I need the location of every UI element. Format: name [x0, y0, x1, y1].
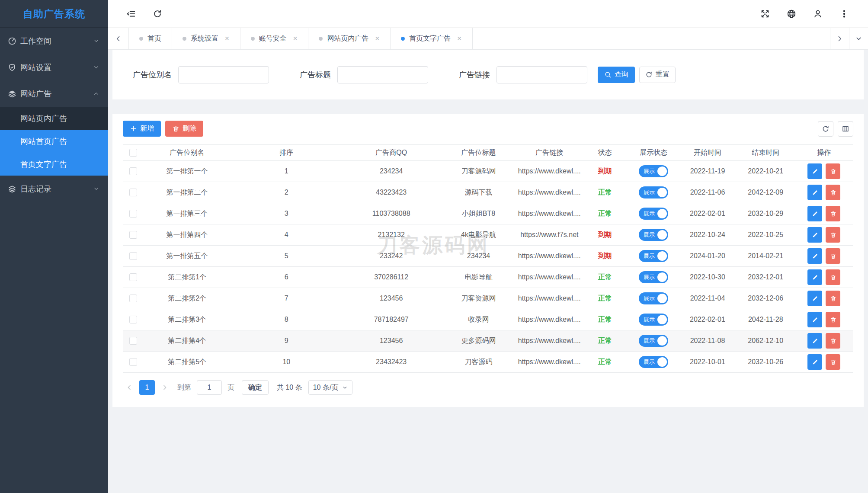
- cell-end-time: 2032-10-26: [737, 358, 795, 366]
- display-toggle[interactable]: 展示: [639, 271, 668, 283]
- cell-end-time: 2032-12-06: [737, 295, 795, 302]
- delete-row-button[interactable]: [826, 185, 840, 200]
- query-button[interactable]: 查询: [598, 67, 635, 83]
- display-toggle[interactable]: 展示: [639, 314, 668, 326]
- edit-row-button[interactable]: [807, 206, 822, 221]
- trash-icon: [830, 274, 836, 281]
- cell-ad-alias: 第二排第2个: [144, 294, 230, 303]
- select-all-checkbox[interactable]: [129, 149, 137, 157]
- row-checkbox[interactable]: [129, 189, 137, 196]
- edit-row-button[interactable]: [807, 291, 822, 306]
- display-toggle[interactable]: 展示: [639, 229, 668, 241]
- row-checkbox[interactable]: [129, 210, 137, 218]
- tabs-menu-button[interactable]: [849, 28, 868, 49]
- tabs-scroll-right-button[interactable]: [830, 28, 849, 49]
- sidebar-item-logs[interactable]: 日志记录: [0, 176, 108, 202]
- delete-row-button[interactable]: [826, 291, 840, 306]
- sidebar-item-site-settings[interactable]: 网站设置: [0, 54, 108, 80]
- stack-icon: [8, 185, 16, 193]
- site-ads-submenu: 网站页内广告 网站首页广告 首页文字广告: [0, 107, 108, 176]
- close-icon[interactable]: ✕: [293, 35, 298, 42]
- user-icon[interactable]: [813, 9, 823, 19]
- display-toggle[interactable]: 展示: [639, 186, 668, 198]
- close-icon[interactable]: ✕: [457, 35, 462, 42]
- delete-row-button[interactable]: [826, 206, 840, 221]
- tab-inpage-ads[interactable]: 网站页内广告 ✕: [308, 28, 391, 49]
- more-icon[interactable]: [839, 9, 849, 19]
- edit-row-button[interactable]: [807, 333, 822, 349]
- row-checkbox[interactable]: [129, 295, 137, 302]
- display-toggle[interactable]: 展示: [639, 250, 668, 262]
- row-checkbox[interactable]: [129, 337, 137, 345]
- display-toggle[interactable]: 展示: [639, 292, 668, 304]
- row-checkbox[interactable]: [129, 167, 137, 175]
- column-settings-button[interactable]: [838, 121, 853, 137]
- row-checkbox[interactable]: [129, 358, 137, 366]
- pencil-icon: [812, 253, 818, 259]
- goto-page-input[interactable]: [197, 380, 222, 395]
- delete-row-button[interactable]: [826, 227, 840, 243]
- cell-sort: 5: [230, 252, 343, 260]
- tab-system-settings[interactable]: 系统设置 ✕: [172, 28, 240, 49]
- total-count-label: 共 10 条: [277, 383, 302, 392]
- row-checkbox[interactable]: [129, 273, 137, 281]
- ad-link-input[interactable]: [496, 66, 587, 83]
- close-icon[interactable]: ✕: [224, 35, 230, 42]
- row-checkbox[interactable]: [129, 252, 137, 260]
- sidebar-item-site-ads[interactable]: 网站广告: [0, 80, 108, 107]
- cell-advertiser-qq: 1103738088: [343, 210, 440, 218]
- ad-title-input[interactable]: [337, 66, 428, 83]
- table-refresh-button[interactable]: [818, 121, 833, 137]
- goto-page-label: 到第: [177, 383, 191, 392]
- collapse-menu-icon[interactable]: [126, 9, 136, 19]
- row-checkbox[interactable]: [129, 316, 137, 323]
- next-page-button[interactable]: [158, 380, 171, 395]
- edit-row-button[interactable]: [807, 312, 822, 327]
- edit-row-button[interactable]: [807, 354, 822, 370]
- delete-row-button[interactable]: [826, 333, 840, 349]
- topbar: [108, 0, 868, 28]
- bulk-delete-button[interactable]: 删除: [165, 121, 203, 137]
- cell-ad-link: https://www.dkewl....: [517, 189, 582, 196]
- fullscreen-icon[interactable]: [760, 9, 770, 19]
- edit-row-button[interactable]: [807, 248, 822, 264]
- cell-ad-link: https://www.dkewl....: [517, 358, 582, 366]
- delete-row-button[interactable]: [826, 248, 840, 264]
- page-number-button[interactable]: 1: [139, 380, 155, 395]
- globe-icon[interactable]: [787, 9, 796, 19]
- sidebar-item-inpage-ads[interactable]: 网站页内广告: [0, 107, 108, 130]
- tabs-scroll-left-button[interactable]: [108, 28, 129, 49]
- tab-homepage-text-ads[interactable]: 首页文字广告 ✕: [391, 28, 473, 49]
- plus-icon: [130, 125, 137, 132]
- sidebar-item-workspace[interactable]: 工作空间: [0, 28, 108, 54]
- toggle-knob-icon: [657, 209, 667, 218]
- sidebar-item-homepage-ads[interactable]: 网站首页广告: [0, 130, 108, 153]
- toggle-knob-icon: [657, 294, 667, 303]
- close-icon[interactable]: ✕: [375, 35, 380, 42]
- edit-row-button[interactable]: [807, 269, 822, 285]
- ad-alias-input[interactable]: [178, 66, 269, 83]
- sidebar-item-homepage-text-ads[interactable]: 首页文字广告: [0, 153, 108, 176]
- display-toggle[interactable]: 展示: [639, 165, 668, 177]
- refresh-icon[interactable]: [153, 9, 162, 19]
- prev-page-button[interactable]: [123, 380, 136, 395]
- edit-row-button[interactable]: [807, 185, 822, 200]
- reset-button[interactable]: 重置: [639, 67, 676, 83]
- display-toggle[interactable]: 展示: [639, 356, 668, 368]
- table-row: 第一排第二个 2 43223423 源码下载 https://www.dkewl…: [123, 182, 853, 203]
- tab-home[interactable]: 首页: [129, 28, 172, 49]
- delete-row-button[interactable]: [826, 269, 840, 285]
- delete-row-button[interactable]: [826, 163, 840, 179]
- row-checkbox[interactable]: [129, 231, 137, 239]
- display-toggle[interactable]: 展示: [639, 208, 668, 220]
- goto-confirm-button[interactable]: 确定: [242, 380, 269, 395]
- per-page-select[interactable]: 10 条/页: [308, 380, 353, 395]
- add-button[interactable]: 新增: [123, 121, 161, 137]
- edit-row-button[interactable]: [807, 163, 822, 179]
- tab-account-security[interactable]: 账号安全 ✕: [240, 28, 309, 49]
- edit-row-button[interactable]: [807, 227, 822, 243]
- display-toggle[interactable]: 展示: [639, 335, 668, 347]
- delete-row-button[interactable]: [826, 312, 840, 327]
- cell-end-time: 2014-02-21: [737, 252, 795, 260]
- delete-row-button[interactable]: [826, 354, 840, 370]
